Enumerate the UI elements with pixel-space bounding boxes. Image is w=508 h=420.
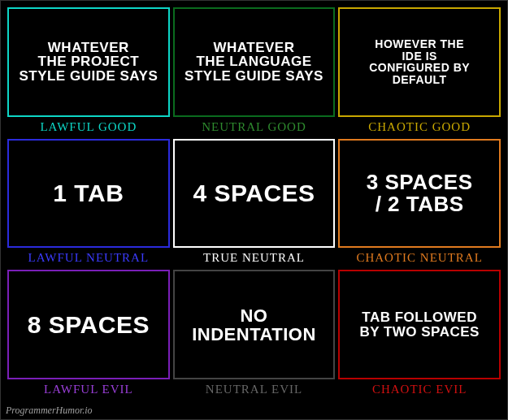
box: 4 SPACES — [173, 139, 336, 249]
cell-true-neutral: 4 SPACES TRUE NEUTRAL — [173, 139, 336, 267]
content-text: 8 SPACES — [28, 312, 150, 338]
content-text: 4 SPACES — [193, 180, 315, 206]
box: WHATEVER THE PROJECT STYLE GUIDE SAYS — [7, 7, 170, 117]
watermark: ProgrammerHumor.io — [6, 405, 93, 417]
box: NO INDENTATION — [173, 270, 336, 379]
alignment-label: CHAOTIC GOOD — [338, 117, 501, 136]
alignment-label: LAWFUL NEUTRAL — [7, 248, 170, 266]
box: 8 SPACES — [7, 270, 170, 379]
content-text: HOWEVER THE IDE IS CONFIGURED BY DEFAULT — [343, 38, 496, 86]
alignment-chart: WHATEVER THE PROJECT STYLE GUIDE SAYS LA… — [0, 0, 508, 420]
content-text: 1 TAB — [53, 180, 124, 206]
alignment-label: CHAOTIC NEUTRAL — [338, 248, 501, 266]
content-text: WHATEVER THE PROJECT STYLE GUIDE SAYS — [19, 41, 158, 84]
grid: WHATEVER THE PROJECT STYLE GUIDE SAYS LA… — [1, 1, 507, 405]
alignment-label: NEUTRAL EVIL — [173, 379, 336, 398]
cell-neutral-evil: NO INDENTATION NEUTRAL EVIL — [173, 270, 336, 398]
content-text: NO INDENTATION — [192, 306, 316, 344]
box: HOWEVER THE IDE IS CONFIGURED BY DEFAULT — [338, 7, 501, 117]
box: WHATEVER THE LANGUAGE STYLE GUIDE SAYS — [173, 7, 336, 117]
alignment-label: LAWFUL GOOD — [7, 117, 170, 136]
box: 3 SPACES / 2 TABS — [338, 139, 501, 249]
alignment-label: TRUE NEUTRAL — [173, 248, 336, 266]
cell-lawful-neutral: 1 TAB LAWFUL NEUTRAL — [7, 139, 170, 267]
cell-chaotic-neutral: 3 SPACES / 2 TABS CHAOTIC NEUTRAL — [338, 139, 501, 267]
cell-chaotic-good: HOWEVER THE IDE IS CONFIGURED BY DEFAULT… — [338, 7, 501, 136]
cell-lawful-good: WHATEVER THE PROJECT STYLE GUIDE SAYS LA… — [7, 7, 170, 136]
box: 1 TAB — [7, 139, 170, 249]
content-text: TAB FOLLOWED BY TWO SPACES — [359, 310, 480, 340]
cell-lawful-evil: 8 SPACES LAWFUL EVIL — [7, 270, 170, 398]
cell-chaotic-evil: TAB FOLLOWED BY TWO SPACES CHAOTIC EVIL — [338, 270, 501, 398]
alignment-label: LAWFUL EVIL — [7, 379, 170, 398]
cell-neutral-good: WHATEVER THE LANGUAGE STYLE GUIDE SAYS N… — [173, 7, 336, 136]
alignment-label: NEUTRAL GOOD — [173, 117, 336, 136]
content-text: WHATEVER THE LANGUAGE STYLE GUIDE SAYS — [185, 41, 323, 84]
alignment-label: CHAOTIC EVIL — [338, 379, 501, 398]
box: TAB FOLLOWED BY TWO SPACES — [338, 270, 501, 379]
content-text: 3 SPACES / 2 TABS — [367, 171, 473, 216]
